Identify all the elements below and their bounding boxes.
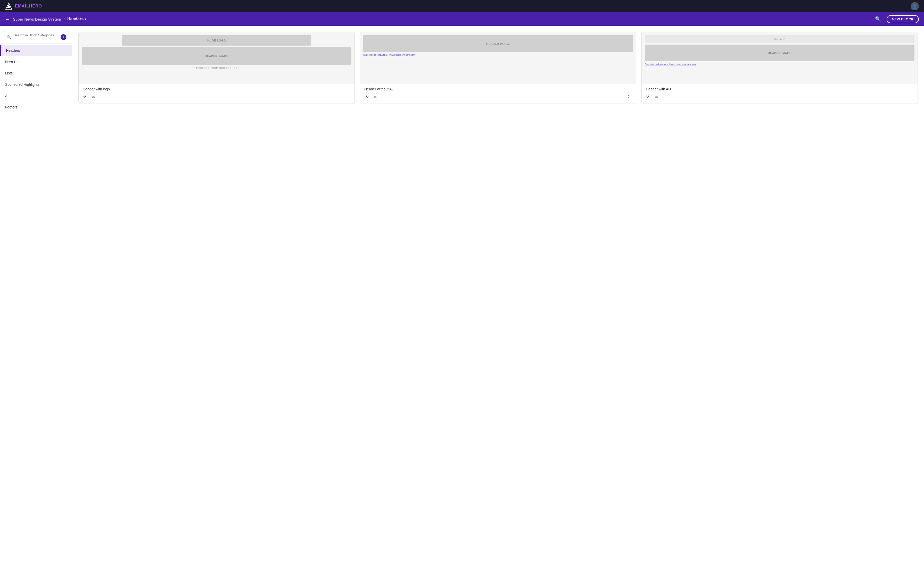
card-action-left-ad: 👁 ✏ — [646, 94, 659, 100]
eye-icon: 👁 — [646, 95, 651, 100]
content-area: HUGE LOGO HEADER IMAGE A MESSAGE FROM OU… — [72, 26, 924, 577]
edit-icon: ✏ — [655, 95, 659, 100]
breadcrumb-right: 🔍 NEW BLOCK — [874, 15, 919, 23]
breadcrumb-separator: / — [64, 17, 65, 21]
mock-header-image-logo: HEADER IMAGE — [82, 47, 351, 65]
breadcrumb-left: ← Super News Design System / Headers ▾ — [5, 16, 86, 22]
more-button-header-logo[interactable]: ⋮ — [344, 94, 351, 100]
view-button-header-logo[interactable]: 👁 — [83, 94, 88, 100]
edit-icon: ✏ — [92, 95, 95, 100]
sidebar-item-hero-units[interactable]: Hero Units — [0, 56, 72, 68]
edit-button-header-ad[interactable]: ✏ — [654, 94, 659, 100]
mock-header-image-no-ad: HEADER IMAGE — [363, 35, 633, 52]
mock-links-no-ad: Subscribe to Magazine | www.supernewscom… — [363, 53, 633, 56]
card-header-without-ad: HEADER IMAGE Subscribe to Magazine | www… — [360, 32, 636, 104]
edit-icon: ✏ — [373, 95, 377, 100]
card-action-left-no-ad: 👁 ✏ — [364, 94, 378, 100]
search-add-button[interactable]: + — [61, 34, 66, 40]
breadcrumb-current: Headers ▾ — [67, 17, 86, 21]
sidebar-item-ads[interactable]: Ads — [0, 90, 72, 102]
user-avatar[interactable]: 👤 — [911, 2, 919, 10]
top-navigation: EMAILHERO 👤 — [0, 0, 924, 12]
search-input[interactable] — [4, 31, 68, 39]
card-footer-header-logo: Header with logo 👁 ✏ ⋮ — [79, 84, 354, 103]
logo-icon — [5, 3, 12, 10]
card-header-with-logo: HUGE LOGO HEADER IMAGE A MESSAGE FROM OU… — [78, 32, 355, 104]
view-button-header-ad[interactable]: 👁 — [646, 94, 651, 100]
logo-area: EMAILHERO — [5, 3, 42, 10]
card-preview-header-ad: Wide AD 1 HEADER IMAGE Subscribe to Maga… — [642, 32, 918, 84]
card-actions-header-logo: 👁 ✏ ⋮ — [83, 94, 351, 100]
eye-icon: 👁 — [365, 95, 369, 100]
main-layout: 🔍 + Headers Hero Units Lists Sponsored H… — [0, 26, 924, 577]
mock-sponsor-text: A MESSAGE FROM OUR SPONSOR — [82, 67, 351, 69]
back-button[interactable]: ← — [5, 16, 10, 22]
mock-subscribe-links-ad: Subscribe to Magazine | www.supernewscom… — [645, 63, 914, 65]
cards-grid: HUGE LOGO HEADER IMAGE A MESSAGE FROM OU… — [78, 32, 918, 104]
more-button-header-ad[interactable]: ⋮ — [907, 94, 913, 100]
sidebar-item-headers[interactable]: Headers — [0, 45, 72, 56]
sidebar-item-lists[interactable]: Lists — [0, 68, 72, 79]
view-button-header-no-ad[interactable]: 👁 — [364, 94, 370, 100]
mock-huge-logo: HUGE LOGO — [122, 35, 311, 45]
more-button-header-no-ad[interactable]: ⋮ — [625, 94, 632, 100]
card-preview-header-logo: HUGE LOGO HEADER IMAGE A MESSAGE FROM OU… — [79, 32, 354, 84]
sidebar-item-sponsored-highlights[interactable]: Sponsored Highlights — [0, 79, 72, 90]
search-button[interactable]: 🔍 — [874, 15, 882, 23]
card-action-left-header-logo: 👁 ✏ — [83, 94, 96, 100]
sidebar-item-footers[interactable]: Footers — [0, 102, 72, 113]
breadcrumb-bar: ← Super News Design System / Headers ▾ 🔍… — [0, 12, 924, 26]
card-actions-header-ad: 👁 ✏ ⋮ — [646, 94, 913, 100]
card-title-header-ad: Header with AD — [646, 87, 913, 91]
edit-button-header-no-ad[interactable]: ✏ — [373, 94, 378, 100]
mock-header-image-ad: HEADER IMAGE — [645, 45, 914, 61]
sidebar: 🔍 + Headers Hero Units Lists Sponsored H… — [0, 26, 72, 577]
search-container: 🔍 + — [0, 31, 72, 44]
card-actions-header-no-ad: 👁 ✏ ⋮ — [364, 94, 632, 100]
card-title-header-logo: Header with logo — [83, 87, 351, 91]
new-block-button[interactable]: NEW BLOCK — [887, 15, 919, 23]
card-header-with-ad: Wide AD 1 HEADER IMAGE Subscribe to Maga… — [641, 32, 918, 104]
sidebar-divider — [0, 44, 72, 44]
mock-wide-ad: Wide AD 1 — [645, 35, 914, 43]
eye-icon: 👁 — [83, 95, 87, 100]
breadcrumb-parent: Super News Design System — [13, 17, 61, 21]
card-footer-header-ad: Header with AD 👁 ✏ ⋮ — [642, 84, 918, 103]
edit-button-header-logo[interactable]: ✏ — [92, 94, 96, 100]
card-title-header-no-ad: Header without AD — [364, 87, 632, 91]
card-preview-header-no-ad: HEADER IMAGE Subscribe to Magazine | www… — [360, 32, 636, 84]
card-footer-header-no-ad: Header without AD 👁 ✏ ⋮ — [360, 84, 636, 103]
app-name: EMAILHERO — [15, 4, 42, 8]
search-icon: 🔍 — [7, 35, 11, 39]
